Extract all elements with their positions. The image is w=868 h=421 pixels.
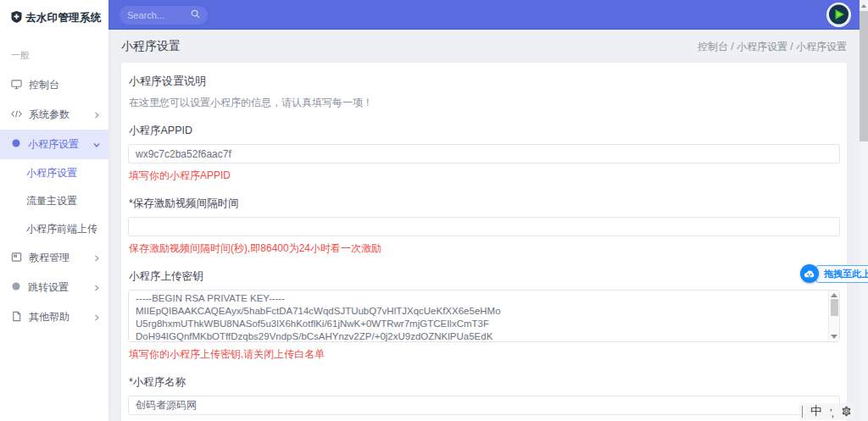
sidebar-subitem-frontend-upload[interactable]: 小程序前端上传 bbox=[0, 215, 108, 243]
sidebar: 去水印管理系统 一般 控制台 系统参数 小程序设置 小程序设置 流量主设置 小程… bbox=[0, 0, 108, 421]
page-title: 小程序设置 bbox=[121, 39, 181, 54]
sidebar-item-system-params[interactable]: 系统参数 bbox=[0, 100, 108, 130]
page-header: 小程序设置 控制台 / 小程序设置 / 小程序设置 bbox=[121, 30, 847, 63]
code-icon bbox=[11, 108, 22, 122]
search-box bbox=[120, 6, 208, 25]
settings-card: 小程序设置说明 在这里您可以设置小程序的信息，请认真填写每一项！ 小程序APPI… bbox=[121, 63, 847, 421]
chevron-right-icon bbox=[93, 314, 100, 321]
interval-helper: 保存激励视频间隔时间(秒),即86400为24小时看一次激励 bbox=[128, 241, 840, 256]
sidebar-item-console[interactable]: 控制台 bbox=[0, 70, 108, 100]
shield-logo-icon bbox=[11, 11, 22, 25]
sidebar-subitem-miniprogram-settings[interactable]: 小程序设置 bbox=[0, 159, 108, 187]
interval-label: *保存激励视频间隔时间 bbox=[128, 197, 840, 211]
dot-icon bbox=[11, 138, 21, 151]
sidebar-item-label: 跳转设置 bbox=[28, 280, 69, 295]
scroll-down-icon[interactable] bbox=[831, 335, 837, 339]
frame-icon bbox=[11, 252, 22, 265]
sidebar-item-jump-settings[interactable]: 跳转设置 bbox=[0, 273, 108, 302]
sidebar-item-label: 其他帮助 bbox=[29, 310, 70, 324]
sidebar-section-label: 一般 bbox=[0, 36, 108, 70]
cloud-upload-icon[interactable] bbox=[800, 264, 819, 283]
scrollbar-thumb[interactable] bbox=[860, 11, 868, 141]
card-title: 小程序设置说明 bbox=[128, 74, 840, 89]
search-icon[interactable] bbox=[191, 9, 200, 21]
user-avatar[interactable] bbox=[826, 3, 851, 27]
chevron-right-icon bbox=[93, 285, 100, 291]
chevron-right-icon bbox=[93, 255, 100, 262]
ime-language-toggle[interactable]: 中 bbox=[810, 404, 822, 419]
text-cursor bbox=[802, 406, 803, 418]
interval-input[interactable] bbox=[128, 217, 840, 236]
page-scrollbar[interactable] bbox=[860, 0, 868, 421]
upload-key-helper: 填写你的小程序上传密钥,请关闭上传白名单 bbox=[128, 347, 840, 362]
search-input[interactable] bbox=[127, 10, 191, 20]
dot-icon bbox=[11, 281, 21, 294]
chevron-down-icon bbox=[93, 141, 100, 148]
upload-key-field: -----BEGIN RSA PRIVATE KEY----- MIIEpQIB… bbox=[128, 290, 840, 342]
monitor-icon bbox=[11, 79, 22, 92]
sidebar-item-label: 小程序设置 bbox=[28, 137, 79, 152]
sidebar-item-label: 系统参数 bbox=[29, 108, 70, 122]
mini-name-label: *小程序名称 bbox=[128, 375, 840, 390]
scroll-up-icon[interactable] bbox=[831, 293, 837, 297]
breadcrumb[interactable]: 控制台 / 小程序设置 / 小程序设置 bbox=[698, 40, 847, 54]
gear-icon[interactable] bbox=[841, 406, 852, 419]
card-description: 在这里您可以设置小程序的信息，请认真填写每一项！ bbox=[128, 96, 840, 110]
upload-key-label: 小程序上传密钥 bbox=[128, 269, 840, 284]
sidebar-subitem-traffic-settings[interactable]: 流量主设置 bbox=[0, 187, 108, 215]
scrollbar-thumb[interactable] bbox=[831, 299, 838, 316]
app-logo[interactable]: 去水印管理系统 bbox=[0, 0, 108, 36]
textarea-scrollbar[interactable] bbox=[828, 291, 839, 341]
appid-input[interactable] bbox=[128, 144, 840, 163]
drag-upload-label: 拖拽至此上传 bbox=[815, 265, 868, 283]
ime-punctuation-toggle[interactable]: ’, bbox=[830, 407, 833, 419]
mini-name-input[interactable] bbox=[128, 396, 840, 415]
drag-upload-overlay[interactable]: 拖拽至此上传 bbox=[800, 264, 868, 283]
main-content: 小程序设置 控制台 / 小程序设置 / 小程序设置 小程序设置说明 在这里您可以… bbox=[108, 30, 860, 421]
sidebar-item-label: 控制台 bbox=[29, 78, 59, 92]
topbar bbox=[108, 0, 860, 30]
file-icon bbox=[11, 311, 22, 324]
sidebar-item-label: 教程管理 bbox=[29, 251, 70, 265]
scroll-up-icon[interactable] bbox=[860, 0, 868, 11]
ime-toolbar: 中 ’, bbox=[799, 403, 854, 420]
sidebar-item-other-help[interactable]: 其他帮助 bbox=[0, 302, 108, 332]
upload-key-textarea[interactable]: -----BEGIN RSA PRIVATE KEY----- MIIEpQIB… bbox=[128, 290, 840, 342]
appid-label: 小程序APPID bbox=[128, 124, 840, 138]
app-title: 去水印管理系统 bbox=[25, 11, 102, 25]
sidebar-item-tutorial-management[interactable]: 教程管理 bbox=[0, 243, 108, 273]
chevron-right-icon bbox=[93, 112, 100, 119]
appid-helper: 填写你的小程序APPID bbox=[128, 169, 840, 183]
sidebar-item-miniprogram-settings[interactable]: 小程序设置 bbox=[0, 130, 108, 159]
